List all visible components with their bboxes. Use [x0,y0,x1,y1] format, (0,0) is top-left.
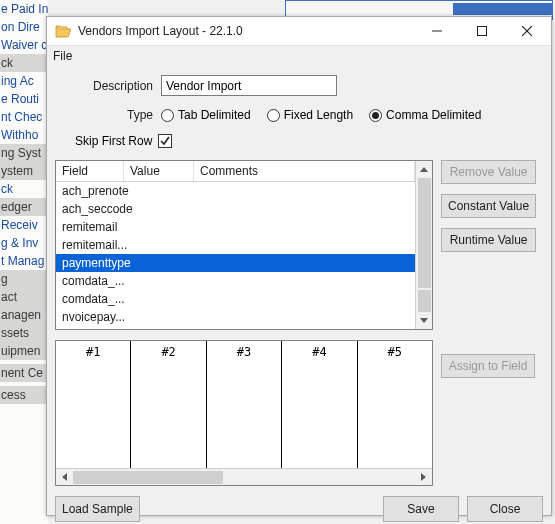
close-button[interactable] [504,17,549,45]
preview-col[interactable]: #4 [282,341,357,468]
scroll-thumb[interactable] [418,178,431,288]
grid-row[interactable]: comdata_... [56,290,415,308]
bg-item: g [0,270,48,288]
bg-panel [453,3,553,15]
bg-item: Withho [0,126,48,144]
bg-item: uipmen [0,342,48,360]
bg-item: t Manag [0,252,48,270]
radio-icon [369,109,382,122]
bg-item: edger [0,198,48,216]
preview-col[interactable]: #2 [131,341,206,468]
grid-header: Field Value Comments [56,161,415,182]
grid-rows: ach_prenote ach_seccode remitemail remit… [56,182,415,329]
scroll-right-arrow-icon[interactable] [415,469,432,485]
background-sidebar: e Paid Invoices on Dire Waiver c ck ing … [0,0,48,524]
grid-row-selected[interactable]: paymenttype [56,254,415,272]
bg-item: nt Chec [0,108,48,126]
radio-label-text: Tab Delimited [178,108,251,122]
menu-file[interactable]: File [53,49,72,63]
maximize-button[interactable] [459,17,504,45]
folder-open-icon [55,23,71,39]
svg-marker-6 [62,473,67,481]
col-comments[interactable]: Comments [194,161,415,181]
load-sample-button[interactable]: Load Sample [55,496,140,522]
bg-item: e Routi [0,90,48,108]
bg-item: g & Inv [0,234,48,252]
radio-icon [267,109,280,122]
scroll-thumb[interactable] [73,471,223,484]
constant-value-button[interactable]: Constant Value [441,194,536,218]
description-input[interactable] [161,75,337,96]
runtime-value-button[interactable]: Runtime Value [441,228,536,252]
remove-value-button[interactable]: Remove Value [441,160,536,184]
preview-col[interactable]: #3 [207,341,282,468]
grid-row[interactable]: remitemail... [56,236,415,254]
bg-item: Receiv [0,216,48,234]
horizontal-scrollbar[interactable] [56,468,432,485]
svg-marker-4 [420,167,428,172]
bg-item: anagen [0,306,48,324]
grid-row[interactable]: nvoicepay... [56,308,415,326]
vertical-scrollbar[interactable] [415,161,432,329]
grid-row[interactable]: ach_prenote [56,182,415,200]
preview-grid[interactable]: #1 #2 #3 #4 #5 [55,340,433,486]
scroll-thumb[interactable] [418,290,431,312]
preview-col[interactable]: #5 [358,341,432,468]
dialog-window: Vendors Import Layout - 22.1.0 File Desc… [46,16,552,516]
type-label: Type [55,108,161,122]
bg-item: ck [0,180,48,198]
save-button[interactable]: Save [383,496,459,522]
minimize-button[interactable] [414,17,459,45]
bg-item: on Dire [0,18,48,36]
assign-to-field-button[interactable]: Assign to Field [441,354,535,378]
scroll-left-arrow-icon[interactable] [56,469,73,485]
close-dialog-button[interactable]: Close [467,496,543,522]
fields-grid[interactable]: Field Value Comments ach_prenote ach_sec… [55,160,433,330]
titlebar[interactable]: Vendors Import Layout - 22.1.0 [47,17,551,46]
description-label: Description [55,79,161,93]
preview-col[interactable]: #1 [56,341,131,468]
col-field[interactable]: Field [56,161,124,181]
bg-item: ng Syst [0,144,48,162]
bg-item: ck [0,54,48,72]
bg-item: cess [0,386,48,404]
bg-item: ystem [0,162,48,180]
radio-comma-delimited[interactable]: Comma Delimited [369,108,481,122]
check-icon [159,135,171,147]
bg-item: e Paid Invoices [0,0,48,18]
bg-item: nent Ce [0,364,48,382]
radio-label-text: Fixed Length [284,108,353,122]
bg-item: ing Ac [0,72,48,90]
grid-row[interactable]: remitemail [56,218,415,236]
grid-row[interactable]: comdata_... [56,272,415,290]
grid-row[interactable]: ven_dbe [56,326,415,329]
window-title: Vendors Import Layout - 22.1.0 [78,24,414,38]
bg-item: ssets [0,324,48,342]
scroll-down-arrow-icon[interactable] [416,312,432,329]
bg-item: Waiver c [0,36,48,54]
svg-marker-5 [420,318,428,323]
scroll-up-arrow-icon[interactable] [416,161,432,178]
radio-fixed-length[interactable]: Fixed Length [267,108,353,122]
bg-item: act [0,288,48,306]
menubar: File [47,46,551,65]
radio-icon [161,109,174,122]
radio-label-text: Comma Delimited [386,108,481,122]
skip-first-row-checkbox[interactable] [158,134,172,148]
skip-first-row-label: Skip First Row [75,134,152,148]
svg-marker-7 [421,473,426,481]
radio-tab-delimited[interactable]: Tab Delimited [161,108,251,122]
svg-rect-1 [477,27,486,36]
grid-row[interactable]: ach_seccode [56,200,415,218]
col-value[interactable]: Value [124,161,194,181]
